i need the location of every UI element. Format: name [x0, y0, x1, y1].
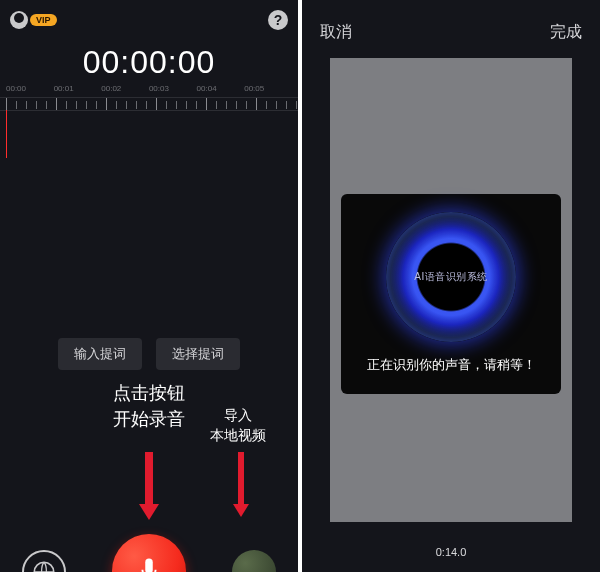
help-icon[interactable]: ? [268, 10, 288, 30]
import-hint-line: 本地视频 [210, 426, 266, 446]
ruler-tick-label: 00:02 [101, 84, 149, 93]
vip-badge: VIP [30, 14, 57, 26]
globe-button[interactable] [22, 550, 66, 572]
modal-message: 正在识别你的声音，请稍等！ [353, 356, 549, 374]
timeline-ruler[interactable]: 00:00 00:01 00:02 00:03 00:04 00:05 [0, 84, 298, 154]
user-icon [10, 11, 28, 29]
ruler-labels: 00:00 00:01 00:02 00:03 00:04 00:05 [0, 84, 298, 93]
top-bar: VIP ? [10, 10, 288, 30]
recording-screen: VIP ? 00:00:00 00:00 00:01 00:02 00:03 0… [0, 0, 298, 572]
record-hint-line: 点击按钮 [0, 380, 298, 406]
mic-icon [134, 556, 164, 572]
timer-display: 00:00:00 [0, 44, 298, 81]
ruler-tick-label: 00:00 [6, 84, 54, 93]
ruler-tick-label: 00:05 [244, 84, 292, 93]
cancel-button[interactable]: 取消 [320, 22, 352, 43]
ai-modal: AI语音识别系统 正在识别你的声音，请稍等！ [341, 194, 561, 394]
import-hint: 导入 本地视频 [210, 406, 266, 445]
svg-point-0 [34, 562, 54, 572]
done-button[interactable]: 完成 [550, 22, 582, 43]
ruler-tick-label: 00:03 [149, 84, 197, 93]
orb-label: AI语音识别系统 [414, 270, 487, 284]
time-readout: 0:14.0 [302, 546, 600, 558]
bottom-bar [0, 512, 298, 572]
prompt-button-row: 输入提词 选择提词 [0, 338, 298, 370]
preview-area: AI语音识别系统 正在识别你的声音，请稍等！ [330, 58, 572, 522]
top-bar: 取消 完成 [302, 0, 600, 43]
vip-indicator[interactable]: VIP [10, 11, 57, 29]
ai-recognition-screen: 取消 完成 AI语音识别系统 正在识别你的声音，请稍等！ 0:14.0 [302, 0, 600, 572]
ruler-tick-label: 00:01 [54, 84, 102, 93]
import-hint-line: 导入 [210, 406, 266, 426]
select-prompt-button[interactable]: 选择提词 [156, 338, 240, 370]
globe-icon [31, 559, 57, 572]
ruler-tick-label: 00:04 [197, 84, 245, 93]
ruler-ticks [0, 97, 298, 111]
arrow-to-import-icon [232, 452, 250, 517]
input-prompt-button[interactable]: 输入提词 [58, 338, 142, 370]
arrow-to-record-icon [140, 452, 158, 520]
playhead[interactable] [6, 98, 7, 158]
record-button[interactable] [112, 534, 186, 572]
ai-orb-icon: AI语音识别系统 [386, 212, 516, 342]
import-video-button[interactable] [232, 550, 276, 572]
